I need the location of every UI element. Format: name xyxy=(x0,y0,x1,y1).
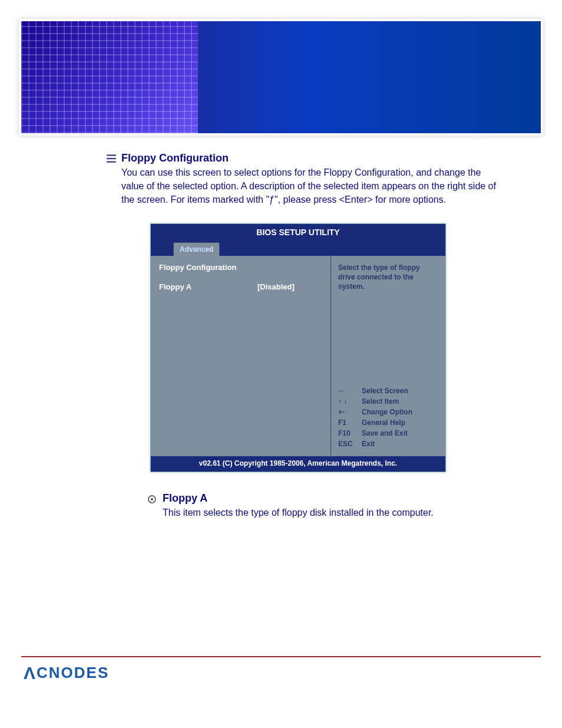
document-content: Floppy Configuration You can use this sc… xyxy=(0,136,562,519)
key-symbol: ESC xyxy=(338,439,362,449)
section-description: This item selects the type of floppy dis… xyxy=(163,506,527,519)
brand-lambda-icon: Λ xyxy=(24,663,37,683)
section-floppy-configuration: Floppy Configuration You can use this sc… xyxy=(35,152,527,207)
key-desc: General Help xyxy=(362,417,405,428)
bios-key-legend: ←Select Screen ↑ ↓Select Item +-Change O… xyxy=(338,386,438,449)
bullet-circle-icon xyxy=(147,495,157,504)
bios-footer: v02.61 (C) Copyright 1985-2006, American… xyxy=(151,456,445,472)
bios-screenshot: BIOS SETUP UTILITY Advanced Floppy Confi… xyxy=(150,223,446,472)
bios-menu-bar: Advanced xyxy=(151,241,445,256)
key-row: +-Change Option xyxy=(338,407,438,417)
key-row: F10Save and Exit xyxy=(338,428,438,439)
svg-rect-2 xyxy=(107,162,116,163)
key-desc: Select Item xyxy=(362,396,399,407)
bios-title: BIOS SETUP UTILITY xyxy=(151,224,445,241)
key-desc: Select Screen xyxy=(362,386,408,396)
key-row: F1General Help xyxy=(338,417,438,428)
bios-left-pane: Floppy Configuration Floppy A [Disabled] xyxy=(151,256,331,456)
key-row: ←Select Screen xyxy=(338,386,438,396)
svg-rect-0 xyxy=(107,154,116,156)
svg-rect-1 xyxy=(107,158,116,159)
footer-divider xyxy=(21,656,541,657)
key-row: ↑ ↓Select Item xyxy=(338,396,438,407)
pcb-texture xyxy=(21,21,198,133)
key-symbol: F10 xyxy=(338,428,362,439)
brand-logo: ΛCNODES xyxy=(24,662,109,682)
bios-help-text: Select the type of floppy drive connecte… xyxy=(338,263,438,292)
svg-point-4 xyxy=(151,498,153,500)
bios-right-pane: Select the type of floppy drive connecte… xyxy=(331,256,445,456)
key-symbol: ↑ ↓ xyxy=(338,396,362,407)
section-floppy-a: Floppy A This item selects the type of f… xyxy=(35,492,527,519)
bios-item-label: Floppy A xyxy=(159,282,257,291)
key-symbol: +- xyxy=(338,407,362,417)
key-desc: Exit xyxy=(362,439,375,449)
bios-item-floppy-a[interactable]: Floppy A [Disabled] xyxy=(159,282,322,291)
section-title: Floppy A xyxy=(163,492,527,505)
bios-item-value: [Disabled] xyxy=(257,282,322,291)
key-symbol: F1 xyxy=(338,417,362,428)
key-row: ESCExit xyxy=(338,439,438,449)
header-banner xyxy=(19,19,543,136)
menu-icon xyxy=(106,153,117,164)
key-desc: Save and Exit xyxy=(362,428,408,439)
bios-pane-heading: Floppy Configuration xyxy=(159,263,322,272)
section-description: You can use this screen to select option… xyxy=(121,166,504,207)
key-symbol: ← xyxy=(338,386,362,396)
section-title: Floppy Configuration xyxy=(121,152,504,164)
bios-body: Floppy Configuration Floppy A [Disabled]… xyxy=(151,256,445,456)
bios-tab-advanced[interactable]: Advanced xyxy=(173,242,220,256)
brand-text: CNODES xyxy=(37,664,109,681)
key-desc: Change Option xyxy=(362,407,412,417)
